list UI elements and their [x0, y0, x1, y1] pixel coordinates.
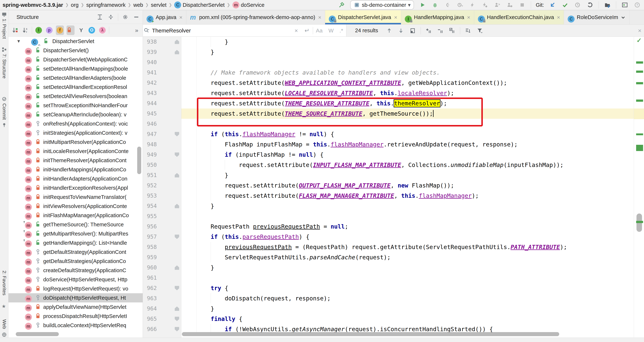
line-number[interactable]: 955	[147, 211, 157, 221]
structure-item[interactable]: minitMultipartResolver(ApplicationCo	[8, 137, 143, 147]
code-text[interactable]: previousRequestPath = (RequestPath) requ…	[181, 242, 634, 252]
more-icon[interactable]: »	[135, 27, 138, 33]
tool-button-commit[interactable]: Commit	[2, 103, 7, 120]
code-text[interactable]: }	[181, 37, 634, 47]
line-number[interactable]: 946	[147, 119, 157, 129]
settings-gear-icon[interactable]	[122, 13, 129, 21]
git-rollback-icon[interactable]	[586, 1, 594, 9]
breadcrumb-item[interactable]: springframework	[86, 2, 126, 8]
code-line[interactable]: 953request.setAttribute(FLASH_MAP_MANAGE…	[143, 191, 634, 201]
code-text[interactable]: if (inputFlashMap != null) {	[181, 150, 634, 160]
line-number[interactable]: 951	[147, 170, 157, 180]
lightning-settings-icon[interactable]	[481, 1, 489, 9]
structure-item[interactable]: mcreateDefaultStrategy(ApplicationC	[8, 266, 143, 275]
fold-start-icon[interactable]	[175, 132, 179, 136]
next-occurrence-icon[interactable]	[397, 27, 405, 35]
structure-item[interactable]: minitHandlerAdapters(ApplicationCon	[8, 174, 143, 183]
error-stripe[interactable]: ✓	[634, 37, 644, 337]
code-text[interactable]: request.setAttribute(LOCALE_RESOLVER_ATT…	[181, 88, 634, 98]
select-all-occurrences-icon[interactable]	[448, 27, 456, 35]
structure-item[interactable]: mbuildLocaleContext(HttpServletReq	[8, 321, 143, 330]
structure-item[interactable]: monRefresh(ApplicationContext): voic	[8, 119, 143, 128]
line-number[interactable]: 960	[147, 262, 157, 273]
tab-roledoserviceim[interactable]: CRoleDoServiceIm	[564, 10, 630, 24]
structure-item[interactable]: msetCleanupAfterInclude(boolean): v	[8, 110, 143, 119]
show-fields-toggle[interactable]: f	[56, 26, 64, 35]
code-line[interactable]: 940	[143, 57, 634, 68]
code-line[interactable]: 959ServletRequestPathUtils.parseAndCache…	[143, 252, 634, 262]
code-text[interactable]: ServletRequestPathUtils.parseAndCache(re…	[181, 252, 634, 262]
line-number[interactable]: 966	[147, 324, 157, 334]
code-text[interactable]: FlashMap inputFlashMap = this.flashMapMa…	[181, 139, 634, 150]
code-line[interactable]: 962try {	[143, 283, 634, 293]
structure-item[interactable]: minitThemeResolver(ApplicationCont	[8, 156, 143, 165]
structure-item[interactable]: mgetMultipartResolver(): MultipartRes	[8, 229, 143, 238]
structure-item[interactable]: msetThrowExceptionIfNoHandlerFour	[8, 101, 143, 110]
search-result-mark[interactable]	[636, 82, 643, 84]
structure-item[interactable]: msetDetectAllViewResolvers(boolean	[8, 92, 143, 101]
show-inherited-toggle[interactable]: I	[34, 26, 43, 35]
structure-item[interactable]: minitRequestToViewNameTranslator(	[8, 192, 143, 202]
code-text[interactable]: try {	[181, 283, 634, 293]
fold-end-icon[interactable]	[175, 40, 179, 44]
line-number[interactable]: 942	[147, 78, 157, 88]
breadcrumb-item[interactable]: doService	[241, 2, 264, 8]
code-text[interactable]: request.setAttribute(THEME_RESOLVER_ATTR…	[181, 98, 634, 109]
search-icon[interactable]	[143, 27, 150, 35]
structure-item[interactable]: mlogRequest(HttpServletRequest): vo	[8, 284, 143, 293]
structure-item[interactable]: minitFlashMapManager(ApplicationCo	[8, 211, 143, 220]
fold-start-icon[interactable]	[175, 153, 179, 157]
tool-button-web[interactable]: Web	[2, 319, 7, 329]
close-tab-icon[interactable]: ×	[557, 14, 560, 21]
code-text[interactable]: request.setAttribute(WEB_APPLICATION_CON…	[181, 78, 634, 88]
code-line[interactable]: 955	[143, 211, 634, 221]
line-number[interactable]: 944	[147, 98, 157, 109]
code-text[interactable]	[181, 119, 634, 129]
structure-vertical-scrollbar[interactable]	[137, 147, 141, 174]
code-text[interactable]: request.setAttribute(INPUT_FLASH_MAP_ATT…	[181, 160, 634, 170]
line-number[interactable]: 958	[147, 242, 157, 252]
code-line[interactable]: 942request.setAttribute(WEB_APPLICATION_…	[143, 78, 634, 88]
structure-item[interactable]: minitHandlerMappings(ApplicationCo	[8, 165, 143, 174]
show-anonymous-toggle[interactable]: O	[88, 26, 96, 35]
code-line[interactable]: 941// Make framework objects available t…	[143, 68, 634, 78]
help-icon[interactable]: ?	[634, 1, 641, 9]
structure-item[interactable]: mDispatcherServlet()	[8, 46, 143, 55]
line-number[interactable]: 947	[147, 129, 157, 139]
code-line[interactable]: 949if (inputFlashMap != null) {	[143, 150, 634, 160]
breadcrumb-item[interactable]: servlet	[151, 2, 166, 8]
line-number[interactable]: 949	[147, 150, 157, 160]
close-tab-icon[interactable]: ×	[179, 14, 182, 21]
code-editor[interactable]: 938}939}940941// Make framework objects …	[143, 37, 634, 337]
line-number[interactable]: 948	[147, 139, 157, 150]
tab-handlerexecutionchain[interactable]: CHandlerExecutionChain.java×	[474, 10, 564, 24]
debug-icon[interactable]	[431, 1, 439, 9]
fold-end-icon[interactable]	[175, 265, 179, 270]
code-text[interactable]: doDispatch(request, response);	[181, 293, 634, 303]
fold-end-icon[interactable]	[175, 204, 179, 208]
run-icon[interactable]	[419, 1, 426, 9]
line-number[interactable]: 965	[147, 314, 157, 324]
search-result-mark[interactable]	[636, 145, 643, 151]
search-options-icon[interactable]	[464, 27, 472, 35]
remove-occurrence-icon[interactable]	[436, 27, 444, 35]
line-number[interactable]: 939	[147, 47, 157, 57]
show-non-public-toggle[interactable]	[66, 26, 74, 35]
code-line[interactable]: 950request.setAttribute(INPUT_FLASH_MAP_…	[143, 160, 634, 170]
line-number[interactable]: 956	[147, 221, 157, 232]
show-properties-toggle[interactable]: p	[45, 26, 53, 35]
code-text[interactable]	[181, 211, 634, 221]
line-number[interactable]: 950	[147, 160, 157, 170]
close-tab-icon[interactable]: ×	[467, 14, 470, 21]
tab-app[interactable]: CApp.java×	[143, 10, 186, 24]
code-line[interactable]: 939}	[143, 47, 634, 57]
fold-end-icon[interactable]	[175, 306, 179, 311]
close-tab-icon[interactable]: ×	[394, 14, 397, 21]
code-text[interactable]: request.setAttribute(FLASH_MAP_MANAGER_A…	[181, 191, 634, 201]
line-number[interactable]: 964	[147, 303, 157, 314]
git-update-project-icon[interactable]	[549, 1, 556, 9]
expand-all-icon[interactable]	[96, 13, 104, 21]
breadcrumb-item[interactable]: spring-webmvc-5.3.9.jar	[2, 2, 63, 8]
line-number[interactable]: 952	[147, 180, 157, 191]
close-tab-icon[interactable]: ×	[318, 14, 322, 21]
